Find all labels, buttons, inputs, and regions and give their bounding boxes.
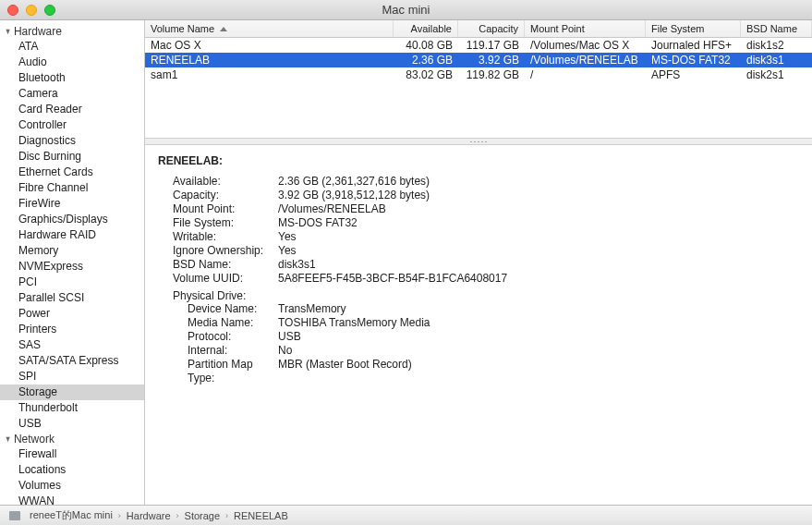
cell: 3.92 GB xyxy=(458,53,525,67)
detail-pane: RENEELAB: Available:2.36 GB (2,361,327,6… xyxy=(145,145,812,505)
detail-key: Available: xyxy=(158,175,278,189)
sidebar-section-network[interactable]: ▼Network xyxy=(0,432,144,446)
detail-row: Device Name:TransMemory xyxy=(158,302,799,316)
sidebar-item-printers[interactable]: Printers xyxy=(0,322,144,337)
column-header-volume-name[interactable]: Volume Name xyxy=(145,20,394,37)
breadcrumb-item[interactable]: Storage xyxy=(185,510,221,521)
breadcrumb-item[interactable]: Hardware xyxy=(127,510,171,521)
detail-key: Partition Map Type: xyxy=(158,358,278,385)
column-header-mount-point[interactable]: Mount Point xyxy=(525,20,646,37)
cell: disk2s1 xyxy=(741,67,812,82)
breadcrumb: reneeT的Mac mini›Hardware›Storage›RENEELA… xyxy=(0,505,812,525)
detail-row: BSD Name:disk3s1 xyxy=(158,258,799,272)
sidebar-item-ethernet-cards[interactable]: Ethernet Cards xyxy=(0,165,144,180)
detail-row: Capacity:3.92 GB (3,918,512,128 bytes) xyxy=(158,189,799,202)
column-header-bsd-name[interactable]: BSD Name xyxy=(741,20,812,37)
cell: 40.08 GB xyxy=(394,38,458,53)
detail-key: Volume UUID: xyxy=(158,272,278,286)
sidebar-item-volumes[interactable]: Volumes xyxy=(0,478,144,494)
detail-row: Mount Point:/Volumes/RENEELAB xyxy=(158,202,799,216)
pane-splitter[interactable] xyxy=(145,138,812,145)
detail-key: Protocol: xyxy=(158,330,278,344)
table-row[interactable]: Mac OS X40.08 GB119.17 GB/Volumes/Mac OS… xyxy=(145,38,812,53)
detail-value: 3.92 GB (3,918,512,128 bytes) xyxy=(278,189,430,202)
detail-key: Ignore Ownership: xyxy=(158,244,278,258)
detail-row: Volume UUID:5A8FEEF5-F45B-3BCF-B54F-B1FC… xyxy=(158,272,799,286)
detail-value: /Volumes/RENEELAB xyxy=(278,202,386,216)
detail-key: File System: xyxy=(158,216,278,230)
detail-key: BSD Name: xyxy=(158,258,278,272)
detail-value: disk3s1 xyxy=(278,258,316,272)
sidebar-item-memory[interactable]: Memory xyxy=(0,243,144,259)
close-icon[interactable] xyxy=(7,5,18,16)
detail-value: TransMemory xyxy=(278,302,346,316)
detail-value: 2.36 GB (2,361,327,616 bytes) xyxy=(278,175,430,189)
sidebar-item-nvmexpress[interactable]: NVMExpress xyxy=(0,259,144,275)
column-header-file-system[interactable]: File System xyxy=(646,20,741,37)
sidebar-item-pci[interactable]: PCI xyxy=(0,275,144,290)
sidebar-item-sas[interactable]: SAS xyxy=(0,337,144,353)
sidebar-item-thunderbolt[interactable]: Thunderbolt xyxy=(0,400,144,416)
window-title: Mac mini xyxy=(0,3,812,17)
detail-value: No xyxy=(278,344,292,358)
sidebar-item-controller[interactable]: Controller xyxy=(0,117,144,133)
sidebar-item-camera[interactable]: Camera xyxy=(0,86,144,102)
cell: disk1s2 xyxy=(741,38,812,53)
detail-row: Protocol:USB xyxy=(158,330,799,344)
sidebar-item-audio[interactable]: Audio xyxy=(0,55,144,70)
detail-row: Writable:Yes xyxy=(158,230,799,244)
sidebar-item-graphics-displays[interactable]: Graphics/Displays xyxy=(0,212,144,227)
sidebar-item-fibre-channel[interactable]: Fibre Channel xyxy=(0,180,144,196)
sidebar-item-locations[interactable]: Locations xyxy=(0,462,144,478)
sidebar-section-label: Network xyxy=(14,433,55,446)
breadcrumb-item[interactable]: reneeT的Mac mini xyxy=(30,508,113,522)
detail-row: Ignore Ownership:Yes xyxy=(158,244,799,258)
column-header-available[interactable]: Available xyxy=(394,20,458,37)
detail-row: Media Name:TOSHIBA TransMemory Media xyxy=(158,316,799,330)
sidebar-item-hardware-raid[interactable]: Hardware RAID xyxy=(0,227,144,243)
disclosure-triangle-icon: ▼ xyxy=(5,434,11,444)
sidebar-section-hardware[interactable]: ▼Hardware xyxy=(0,24,144,39)
volumes-table: Volume NameAvailableCapacityMount PointF… xyxy=(145,20,812,138)
chevron-right-icon: › xyxy=(225,511,228,520)
chevron-right-icon: › xyxy=(118,511,121,520)
cell: 119.82 GB xyxy=(458,67,525,82)
cell: 83.02 GB xyxy=(394,67,458,82)
sidebar-section-label: Hardware xyxy=(14,25,62,38)
column-header-capacity[interactable]: Capacity xyxy=(458,20,525,37)
detail-key: Capacity: xyxy=(158,189,278,202)
sidebar-item-ata[interactable]: ATA xyxy=(0,39,144,55)
sidebar-item-firewire[interactable]: FireWire xyxy=(0,196,144,212)
sidebar-item-card-reader[interactable]: Card Reader xyxy=(0,102,144,117)
sidebar-item-spi[interactable]: SPI xyxy=(0,369,144,385)
sidebar-item-bluetooth[interactable]: Bluetooth xyxy=(0,70,144,86)
cell: APFS xyxy=(646,67,741,82)
detail-row: File System:MS-DOS FAT32 xyxy=(158,216,799,230)
cell: /Volumes/RENEELAB xyxy=(525,53,646,67)
sidebar-item-disc-burning[interactable]: Disc Burning xyxy=(0,149,144,165)
physical-drive-label: Physical Drive: xyxy=(158,289,799,302)
sidebar-item-storage[interactable]: Storage xyxy=(0,385,144,400)
detail-row: Available:2.36 GB (2,361,327,616 bytes) xyxy=(158,175,799,189)
breadcrumb-item[interactable]: RENEELAB xyxy=(234,510,288,521)
table-row[interactable]: RENEELAB2.36 GB3.92 GB/Volumes/RENEELABM… xyxy=(145,53,812,67)
cell: disk3s1 xyxy=(741,53,812,67)
cell: MS-DOS FAT32 xyxy=(646,53,741,67)
sidebar-item-power[interactable]: Power xyxy=(0,306,144,322)
detail-key: Mount Point: xyxy=(158,202,278,216)
sidebar-item-firewall[interactable]: Firewall xyxy=(0,446,144,462)
cell: Mac OS X xyxy=(145,38,394,53)
chevron-right-icon: › xyxy=(176,511,179,520)
minimize-icon[interactable] xyxy=(26,5,37,16)
sidebar-item-usb[interactable]: USB xyxy=(0,416,144,432)
detail-key: Device Name: xyxy=(158,302,278,316)
sidebar: ▼HardwareATAAudioBluetoothCameraCard Rea… xyxy=(0,20,145,505)
sidebar-item-parallel-scsi[interactable]: Parallel SCSI xyxy=(0,290,144,306)
zoom-icon[interactable] xyxy=(44,5,55,16)
table-row[interactable]: sam183.02 GB119.82 GB/APFSdisk2s1 xyxy=(145,67,812,82)
sidebar-item-diagnostics[interactable]: Diagnostics xyxy=(0,133,144,149)
sidebar-item-wwan[interactable]: WWAN xyxy=(0,494,144,505)
disclosure-triangle-icon: ▼ xyxy=(5,27,11,36)
sidebar-item-sata-sata-express[interactable]: SATA/SATA Express xyxy=(0,353,144,369)
computer-icon xyxy=(9,511,20,520)
